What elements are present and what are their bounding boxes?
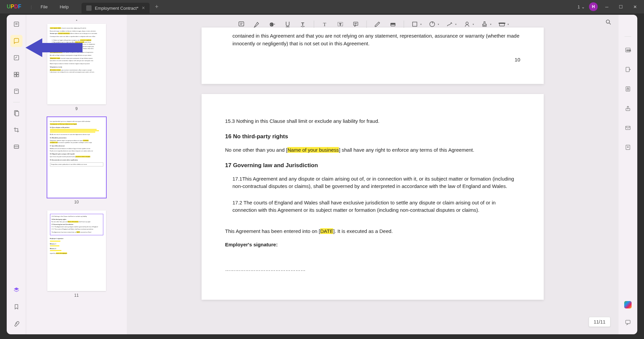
tab-close-button[interactable]: × xyxy=(142,5,145,11)
svg-rect-5 xyxy=(14,72,16,74)
document-viewport[interactable]: S T T T ▾ ▾ ▾ ▾ xyxy=(127,15,619,334)
convert-button[interactable] xyxy=(622,63,634,76)
document-tab[interactable]: Employment Contract* × xyxy=(82,3,150,13)
page-indicator[interactable]: 11/11 xyxy=(589,317,610,327)
ai-assistant-button[interactable] xyxy=(622,299,634,311)
thumbnail-page-9[interactable]: Lorem ipsum dolor sit amet consectetur a… xyxy=(47,24,106,104)
svg-line-37 xyxy=(609,23,611,25)
text-tool[interactable]: T xyxy=(320,19,330,29)
squiggly-tool[interactable]: T xyxy=(299,19,308,29)
thumbnail-label-11: 11 xyxy=(74,293,78,298)
eraser-tool[interactable] xyxy=(388,19,398,29)
maximize-button[interactable]: ☐ xyxy=(616,2,626,12)
notification-indicator[interactable]: 1 ⌄ xyxy=(578,4,585,9)
sticker-dropdown[interactable]: ▾ xyxy=(463,19,474,29)
crop-tool-button[interactable] xyxy=(10,124,22,136)
svg-rect-44 xyxy=(626,126,630,130)
fill-sign-button[interactable] xyxy=(10,107,22,119)
thumbnail-panel[interactable]: ∘ Lorem ipsum dolor sit amet consectetur… xyxy=(26,15,127,334)
clause-15-3: 15.3 Nothing in this Clause shall limit … xyxy=(225,117,520,125)
entered-into-text: This Agreement has been entered into on … xyxy=(225,228,520,235)
svg-rect-6 xyxy=(16,72,18,74)
compress-button[interactable] xyxy=(622,141,634,153)
svg-rect-42 xyxy=(627,89,629,90)
stamp-dropdown[interactable]: ▾ xyxy=(428,19,439,29)
svg-text:OCR: OCR xyxy=(627,49,631,51)
chevron-down-icon: ▾ xyxy=(438,23,439,26)
attachment-dropdown[interactable]: ▾ xyxy=(497,19,509,29)
attachments-button[interactable] xyxy=(10,318,22,330)
svg-text:T: T xyxy=(339,23,341,26)
protect-button[interactable] xyxy=(622,83,634,95)
heading-17: 17 Governing law and Jurisdiction xyxy=(225,161,520,170)
close-button[interactable]: ✕ xyxy=(630,2,640,12)
svg-rect-9 xyxy=(14,89,18,93)
menu-help[interactable]: Help xyxy=(54,4,75,9)
highlight-business-name: Name of your business xyxy=(287,147,339,153)
textbox-tool[interactable]: T xyxy=(336,19,345,29)
thumbnail-page-10[interactable]: Iure reprehenderit qui in ea voluptate v… xyxy=(47,117,106,198)
divider: | xyxy=(31,4,32,9)
svg-point-36 xyxy=(606,20,609,23)
page-indicator-small: ∘ xyxy=(75,18,78,22)
svg-text:T: T xyxy=(323,21,326,27)
menu-file[interactable]: File xyxy=(35,4,54,9)
highlight-tool[interactable] xyxy=(252,19,262,29)
chat-button[interactable] xyxy=(622,316,634,328)
underline-tool[interactable] xyxy=(283,19,292,29)
strikethrough-tool[interactable]: S xyxy=(268,19,277,29)
svg-rect-15 xyxy=(239,22,244,26)
pencil-tool[interactable] xyxy=(373,19,382,29)
thumbnail-label-10: 10 xyxy=(74,200,78,204)
thumbnail-page-11[interactable]: 15.3 Nothing in this Clause shall limit … xyxy=(47,210,106,291)
svg-rect-8 xyxy=(16,75,18,77)
clause-17-2: 17.2 The courts of England and Wales sha… xyxy=(225,199,520,214)
search-button[interactable] xyxy=(605,19,612,27)
divider xyxy=(13,102,20,102)
title-bar: UPDF | File Help Employment Contract* × … xyxy=(0,0,644,13)
clause-text: contained in this Agreement and that you… xyxy=(225,32,520,47)
organize-pages-button[interactable] xyxy=(10,68,22,81)
chevron-down-icon: ▾ xyxy=(507,23,509,26)
form-tool-button[interactable] xyxy=(10,85,22,97)
doc-icon xyxy=(86,5,92,11)
new-tab-button[interactable]: + xyxy=(155,3,159,10)
signature-dropdown[interactable]: ▾ xyxy=(445,19,457,29)
chevron-down-icon: ⌄ xyxy=(581,4,585,9)
edit-tool-button[interactable] xyxy=(10,52,22,64)
main-frame: ∘ Lorem ipsum dolor sit amet consectetur… xyxy=(7,15,637,334)
svg-point-32 xyxy=(466,22,468,25)
heading-16: 16 No third-party rights xyxy=(225,132,520,141)
stamp2-dropdown[interactable]: ▾ xyxy=(480,19,491,29)
page-number: 10 xyxy=(225,56,520,64)
svg-marker-0 xyxy=(25,38,83,57)
chevron-down-icon: ▾ xyxy=(473,23,474,26)
comment-tool-button[interactable] xyxy=(10,35,22,47)
svg-rect-4 xyxy=(14,55,18,60)
signature-label: Employer's signature: xyxy=(225,241,520,249)
callout-tool[interactable] xyxy=(351,19,361,29)
shape-dropdown[interactable]: ▾ xyxy=(410,19,422,29)
reader-mode-button[interactable] xyxy=(10,18,22,30)
email-button[interactable] xyxy=(622,122,634,134)
clause-16-body: No one other than you and [Name of your … xyxy=(225,146,520,154)
share-button[interactable] xyxy=(622,102,634,114)
svg-rect-30 xyxy=(413,22,417,27)
svg-rect-47 xyxy=(626,320,630,324)
svg-rect-7 xyxy=(14,75,16,77)
signature-line: ………………………………………… xyxy=(225,265,520,273)
ocr-button[interactable]: OCR xyxy=(622,44,634,56)
user-avatar[interactable]: H xyxy=(589,2,598,11)
blue-arrow-annotation xyxy=(25,37,83,58)
bookmarks-button[interactable] xyxy=(10,301,22,313)
layers-button[interactable] xyxy=(10,284,22,296)
tab-title: Employment Contract* xyxy=(95,6,139,11)
note-tool[interactable] xyxy=(237,19,246,29)
annotation-toolbar: S T T T ▾ ▾ ▾ ▾ xyxy=(232,17,514,31)
divider xyxy=(367,20,367,28)
chevron-down-icon: ▾ xyxy=(455,23,457,26)
left-tool-rail xyxy=(7,15,26,334)
svg-text:T: T xyxy=(301,21,304,27)
minimize-button[interactable]: ─ xyxy=(602,2,612,12)
redact-tool-button[interactable] xyxy=(10,141,22,153)
